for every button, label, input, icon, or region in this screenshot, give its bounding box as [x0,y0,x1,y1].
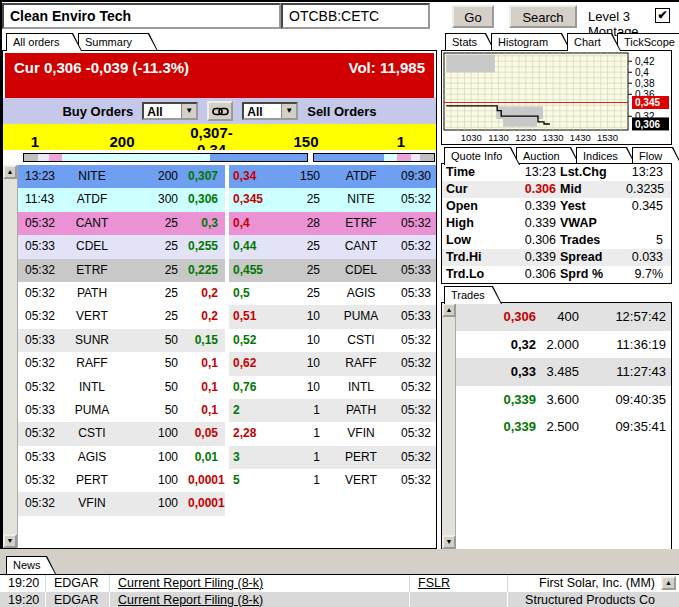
bid-size: 50 [122,399,188,422]
bid-entry[interactable]: 05:32INTL500,1 [18,376,225,399]
book-scrollbar[interactable]: ▲ ▼ [3,165,18,548]
go-button[interactable]: Go [452,5,494,28]
book-row: 05:33AGIS1000,0131PERT05:32 [18,446,436,469]
chevron-down-icon[interactable]: ▼ [181,104,196,118]
scroll-up-icon[interactable]: ▲ [3,165,17,179]
bid-price: 0,306 [188,188,225,211]
tab-chart[interactable]: Chart [567,33,621,51]
ask-size: 1 [295,469,332,492]
bid-entry[interactable]: 05:32CANT250,3 [18,212,225,235]
tab-trades[interactable]: Trades [444,286,502,304]
scroll-up-icon[interactable]: ▲ [661,576,676,590]
ask-time: 05:32 [390,469,436,492]
bid-entry[interactable]: 05:32RAFF500,1 [18,352,225,375]
bid-entry[interactable]: 11:43ATDF3000,306 [18,188,225,211]
tab-histogram[interactable]: Histogram [491,33,571,51]
ask-entry[interactable]: 0,5210CSTI05:32 [229,329,436,352]
ask-market-maker: ETRF [332,212,390,235]
ask-time: 05:32 [390,329,436,352]
news-headline-link[interactable]: Current Report Filing (8-k) [110,592,410,607]
buy-filter-dropdown[interactable]: All ▼ [142,102,198,120]
tab-label: Chart [567,33,621,48]
trades-list: 0,30640012:57:420,322.00011:36:190,333.4… [456,303,671,549]
level3-montage-checkbox[interactable]: ✔ [655,8,670,23]
scroll-up-icon[interactable]: ▲ [442,303,456,317]
news-ticker-link[interactable]: FSLR [410,575,508,592]
bid-entry[interactable]: 05:32ETRF250,225 [18,259,225,282]
scroll-down-icon[interactable]: ▼ [442,535,456,549]
link-filters-button[interactable] [207,101,233,121]
ask-entry[interactable]: 0,5110PUMA05:33 [229,305,436,328]
chevron-down-icon[interactable]: ▼ [281,104,296,118]
bid-price: 0,2 [188,305,225,328]
ask-entry[interactable]: 0,428ETRF05:32 [229,212,436,235]
bid-market-maker: ETRF [62,259,122,282]
sell-filter-value: All [244,104,281,118]
order-book: ▲ ▼ 13:23NITE2000,3070,34150ATDF09:3011:… [3,165,436,548]
ask-entry[interactable]: 0,525AGIS05:33 [229,282,436,305]
bid-size: 50 [122,376,188,399]
bid-market-maker: AGIS [62,446,122,469]
ask-entry[interactable]: 0,6210RAFF05:32 [229,352,436,375]
search-button[interactable]: Search [509,5,577,28]
ask-entry[interactable]: 0,34525NITE05:32 [229,188,436,211]
best-bid-count: 1 [3,133,67,150]
ask-entry[interactable]: 0,4425CANT05:32 [229,235,436,258]
trades-scrollbar[interactable]: ▲ ▼ [442,303,456,549]
bid-entry[interactable]: 05:33AGIS1000,01 [18,446,225,469]
bid-entry[interactable]: 13:23NITE2000,307 [18,165,225,188]
quote-label: Trades [560,232,626,249]
company-name-input[interactable]: Clean Enviro Tech [2,3,281,29]
best-ask-size: 150 [246,133,366,150]
price-summary-banner: Cur 0,306 -0,039 (-11.3%) Vol: 11,985 [5,53,434,98]
ask-size: 150 [295,165,332,188]
ask-entry[interactable]: 31PERT05:32 [229,446,436,469]
sell-orders-label: Sell Orders [307,104,376,119]
tab-summary[interactable]: Summary [78,33,158,51]
bid-entry[interactable]: 05:32PERT1000,0001 [18,469,225,492]
svg-text:1330: 1330 [542,132,563,143]
bid-entry[interactable]: 05:33CDEL250,255 [18,235,225,258]
quote-row: Trd.Hi0.339Spread0.033 [442,249,671,266]
ask-entry[interactable]: 0,7610INTL05:32 [229,376,436,399]
ask-entry[interactable]: 21PATH05:32 [229,399,436,422]
svg-text:0,4: 0,4 [635,67,649,78]
ask-market-maker: PATH [332,399,390,422]
book-row: 05:32INTL500,10,7610INTL05:32 [18,376,436,399]
ask-entry[interactable]: 0,34150ATDF09:30 [229,165,436,188]
window-border-top [0,0,679,2]
bid-size: 100 [122,446,188,469]
tab-all-orders[interactable]: All orders [6,33,82,51]
scroll-down-icon[interactable]: ▼ [3,534,17,548]
ticker-input[interactable]: OTCBB:CETC [281,3,430,29]
news-headline-link[interactable]: Current Report Filing (8-k) [110,575,410,592]
bid-entry[interactable]: 05:33SUNR500,15 [18,329,225,352]
ask-entry[interactable]: 2,281VFIN05:32 [229,422,436,445]
ask-price: 0,34 [229,165,295,188]
tab-stats[interactable]: Stats [445,33,495,51]
bid-entry[interactable]: 05:33PUMA500,1 [18,399,225,422]
tab-news[interactable]: News [6,556,56,574]
book-rows: 13:23NITE2000,3070,34150ATDF09:3011:43AT… [18,165,436,548]
bid-price: 0,255 [188,235,225,258]
ask-entry[interactable]: 51VERT05:32 [229,469,436,492]
bid-entry[interactable]: 05:32VFIN1000,0001 [18,492,225,515]
news-row: 19:20EDGARCurrent Report Filing (8-k)FSL… [0,575,679,592]
tab-quote-info[interactable]: Quote Info [444,147,520,165]
ask-price: 5 [229,469,295,492]
bid-size: 100 [122,492,188,515]
bid-entry[interactable]: 05:32PATH250,2 [18,282,225,305]
bid-market-maker: PUMA [62,399,122,422]
tab-label: Trades [444,286,502,301]
trades-panel: ▲ ▼ 0,30640012:57:420,322.00011:36:190,3… [441,302,672,550]
sell-filter-dropdown[interactable]: All ▼ [242,102,298,120]
ask-price: 3 [229,446,295,469]
ask-size: 1 [295,399,332,422]
tab-tickscope[interactable]: TickScope [617,33,679,51]
svg-text:1530: 1530 [597,132,618,143]
bid-entry[interactable]: 05:32VERT250,2 [18,305,225,328]
bid-size: 50 [122,352,188,375]
bid-entry[interactable]: 05:32CSTI1000,05 [18,422,225,445]
ask-entry[interactable]: 0,45525CDEL05:33 [229,259,436,282]
ask-market-maker: PERT [332,446,390,469]
